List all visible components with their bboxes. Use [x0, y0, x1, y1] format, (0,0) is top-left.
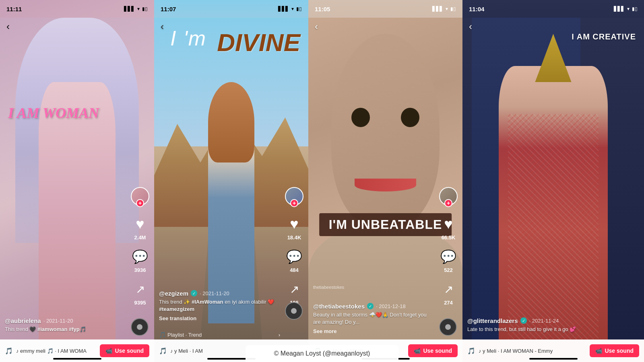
- heart-icon-3: ♥: [444, 216, 452, 232]
- sound-name-1: ♪ emmy meli 🎵 · I AM WOMA: [16, 348, 97, 354]
- date-4: · 2021-11-24: [529, 318, 559, 324]
- heart-icon-2: ♥: [290, 216, 298, 232]
- overlay-text-divine: DIVINE: [217, 28, 300, 57]
- status-bar-1: 11:11 ▋▋▋ ▾ ▮▯: [0, 0, 154, 18]
- share-icon-3: ↗: [444, 283, 453, 296]
- wifi-icon-4: ▾: [627, 6, 630, 12]
- status-time-4: 11:04: [469, 6, 484, 12]
- status-time-1: 11:11: [6, 6, 22, 12]
- video-panel-4: 11:04 ▋▋▋ ▾ ▮▯ ‹ I AM CREATIVE @glittera…: [462, 0, 644, 362]
- share-count-1: 9395: [134, 300, 146, 306]
- status-icons-4: ▋▋▋ ▾ ▮▯: [614, 6, 638, 12]
- share-btn-3[interactable]: ↗ 274: [440, 280, 457, 306]
- date-2: · 2021-11-20: [200, 290, 229, 296]
- wifi-icon-1: ▾: [137, 6, 140, 12]
- music-disc-3: [439, 318, 457, 336]
- comment-btn-1[interactable]: 💬 3936: [131, 248, 149, 273]
- like-count-1: 2.4M: [134, 234, 146, 241]
- overlay-text-3: I'M UNBEATABLE: [319, 213, 452, 236]
- use-sound-btn-3[interactable]: 📹 Use sound: [408, 344, 458, 357]
- comment-btn-3[interactable]: 💬 522: [440, 248, 457, 273]
- verified-badge-3: ✓: [367, 303, 374, 309]
- follow-badge-2[interactable]: +: [290, 199, 298, 207]
- cam-icon-4: 📹: [595, 348, 602, 354]
- comment-count-2: 484: [290, 267, 299, 273]
- avatar-1[interactable]: +: [131, 187, 149, 206]
- action-buttons-3: + ♥ 66.5K 💬 522 ↗ 274: [439, 187, 458, 306]
- battery-icon-2: ▮▯: [296, 6, 302, 12]
- date-3: · 2021-12-18: [376, 303, 406, 309]
- date-1: · 2021-11-20: [43, 318, 73, 324]
- music-disc-2: [285, 302, 303, 320]
- disc-inner-1: [137, 324, 142, 330]
- share-icon-2: ↗: [290, 283, 299, 296]
- comment-icon-2: 💬: [286, 249, 302, 264]
- signal-icon-4: ▋▋▋: [614, 6, 625, 12]
- watermark-3: thetiabeestokes: [313, 285, 344, 290]
- battery-icon-1: ▮▯: [142, 6, 148, 12]
- music-disc-1: [131, 318, 149, 336]
- back-arrow-3[interactable]: ‹: [315, 21, 318, 32]
- signal-icon-2: ▋▋▋: [278, 6, 289, 12]
- video-panel-3: 11:05 ▋▋▋ ▾ ▮▯ ‹ I'M UNBEATABLE + ♥ 66.5…: [308, 0, 462, 362]
- follow-badge-1[interactable]: +: [136, 199, 144, 207]
- share-icon-1: ↗: [136, 283, 145, 296]
- copyright-bar: © Meagan Loyst (@meaganloyst): [246, 345, 398, 362]
- like-btn-2[interactable]: ♥ 18.4K: [285, 215, 303, 241]
- battery-icon-4: ▮▯: [632, 6, 638, 12]
- panels-wrapper: 11:11 ▋▋▋ ▾ ▮▯ ‹ I AM WOMAN + ♥ 2.4M: [0, 0, 644, 362]
- home-indicator-1: [53, 358, 101, 360]
- back-arrow-2[interactable]: ‹: [161, 21, 164, 32]
- cam-icon-1: 📹: [105, 348, 112, 354]
- share-count-3: 274: [444, 300, 453, 306]
- wifi-icon-3: ▾: [446, 6, 448, 12]
- comment-count-3: 522: [444, 267, 453, 273]
- status-bar-2: 11:07 ▋▋▋ ▾ ▮▯: [154, 0, 308, 18]
- video-panel-2: 11:07 ▋▋▋ ▾ ▮▯ ‹ I 'm DIVINE + ♥ 18.4K: [154, 0, 308, 362]
- bottom-info-1: @aubrielena · 2021-11-20 This trend 🖤 #i…: [5, 317, 126, 335]
- like-btn-3[interactable]: ♥ 66.5K: [440, 215, 457, 241]
- share-btn-1[interactable]: ↗ 9395: [131, 280, 149, 306]
- action-buttons-2: + ♥ 18.4K 💬 484 ↗ 196: [285, 187, 303, 306]
- comment-icon-1: 💬: [132, 249, 148, 264]
- status-icons-1: ▋▋▋ ▾ ▮▯: [124, 6, 148, 12]
- caption-4: Late to this trend, but still had to giv…: [467, 326, 616, 333]
- wifi-icon-2: ▾: [291, 6, 294, 12]
- caption-3: Beauty in all the storms 🌩️❤️🙏 Don't for…: [313, 311, 434, 326]
- back-arrow-1[interactable]: ‹: [6, 21, 10, 32]
- signal-icon-3: ▋▋▋: [432, 6, 443, 12]
- overlay-text-4: I AM CREATIVE: [572, 32, 636, 41]
- copyright-text: © Meagan Loyst (@meaganloyst): [274, 350, 370, 357]
- verified-badge-2: ✓: [191, 290, 197, 296]
- music-note-4: 🎵: [467, 347, 475, 355]
- caption-2: This trend ✨ #IAmWoman en iyi akım olabi…: [159, 298, 280, 313]
- see-translation-2[interactable]: See translation: [159, 315, 196, 321]
- username-4: @glitterandlazers: [467, 317, 518, 324]
- username-1: @aubrielena: [5, 317, 41, 324]
- bottom-info-2: @ezgizem ✓ · 2021-11-20 This trend ✨ #IA…: [159, 290, 280, 322]
- use-sound-btn-1[interactable]: 📹 Use sound: [100, 344, 149, 357]
- status-time-3: 11:05: [315, 6, 330, 12]
- home-indicator-4: [529, 358, 578, 360]
- caption-1: This trend 🖤 #iamwoman #fyp🎵: [5, 326, 126, 333]
- back-arrow-4[interactable]: ‹: [469, 21, 472, 32]
- disc-inner-3: [445, 324, 451, 330]
- like-btn-1[interactable]: ♥ 2.4M: [131, 215, 149, 241]
- verified-badge-4: ✓: [520, 317, 527, 324]
- status-bar-4: 11:04 ▋▋▋ ▾ ▮▯: [462, 0, 644, 18]
- status-icons-3: ▋▋▋ ▾ ▮▯: [432, 6, 456, 12]
- playlist-row-2: 🎵 Playlist · Trend ›: [159, 331, 280, 338]
- follow-badge-3[interactable]: +: [444, 199, 452, 207]
- music-note-2: 🎵: [159, 347, 167, 355]
- overlay-text-1: I AM WOMAN: [8, 105, 99, 121]
- username-2: @ezgizem: [159, 290, 188, 297]
- bottom-info-4: @glitterandlazers ✓ · 2021-11-24 Late to…: [467, 317, 616, 335]
- avatar-3[interactable]: +: [439, 187, 458, 206]
- like-count-3: 66.5K: [442, 234, 456, 241]
- status-icons-2: ▋▋▋ ▾ ▮▯: [278, 6, 302, 12]
- avatar-2[interactable]: +: [285, 187, 303, 206]
- use-sound-btn-4[interactable]: 📹 Use sound: [590, 344, 639, 357]
- comment-btn-2[interactable]: 💬 484: [285, 248, 303, 273]
- see-more-3[interactable]: See more: [313, 328, 337, 334]
- overlay-text-im: I 'm: [170, 26, 206, 50]
